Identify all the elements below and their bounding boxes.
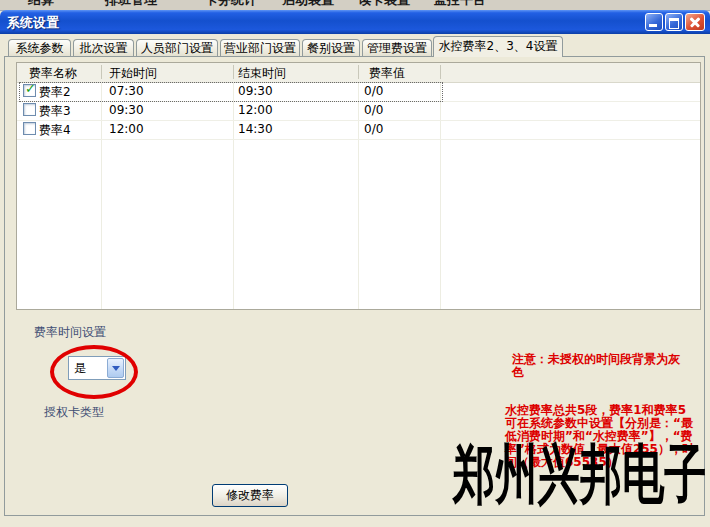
cell-end: 14:30 (238, 122, 273, 136)
tab-0[interactable]: 系统参数 (8, 39, 71, 56)
enable-dropdown-value: 是 (74, 361, 86, 375)
dropdown-button[interactable] (107, 358, 124, 378)
table-row[interactable]: ✓费率207:3009:300/0 (17, 82, 700, 102)
row-checkbox[interactable] (23, 103, 36, 116)
column-header[interactable]: 开始时间 (109, 65, 157, 82)
tab-5[interactable]: 管理费设置 (362, 39, 432, 56)
column-header[interactable]: 结束时间 (238, 65, 286, 82)
bg-menu-item[interactable]: 结算 (28, 0, 54, 9)
cell-end: 09:30 (238, 84, 273, 98)
chevron-down-icon (112, 366, 120, 371)
bg-menu-item[interactable]: 启动装置 (282, 0, 334, 9)
maximize-button[interactable] (665, 13, 683, 31)
tab-6[interactable]: 水控费率2、3、4设置 (433, 36, 563, 57)
column-header[interactable]: 费率值 (369, 65, 405, 82)
bg-menu-item[interactable]: 监控平台 (434, 0, 486, 9)
header-separator (440, 65, 441, 79)
cell-value: 0/0 (364, 103, 383, 117)
cell-name: 费率4 (39, 122, 71, 139)
cell-start: 07:30 (109, 84, 144, 98)
cell-name: 费率2 (39, 84, 71, 101)
table-header: 费率名称开始时间结束时间费率值 (17, 63, 700, 83)
header-separator (233, 65, 234, 79)
cell-value: 0/0 (364, 122, 383, 136)
minimize-button[interactable] (645, 13, 663, 31)
header-separator (101, 65, 102, 79)
screen: 结算排班管理卡务统计启动装置读卡装置监控平台 系统设置 系统参数批次设置人员部门… (0, 0, 710, 527)
close-button[interactable] (685, 13, 705, 31)
table-row[interactable]: 费率309:3012:000/0 (17, 101, 700, 121)
card-type-group-title: 授权卡类型 (40, 404, 108, 421)
note-info: 水控费率总共5段，费率1和费率5可在系统参数中设置【分别是：“最低消费时期”和“… (505, 404, 698, 469)
cell-value: 0/0 (364, 84, 383, 98)
modify-rate-button[interactable]: 修改费率 (212, 484, 288, 507)
tab-1[interactable]: 批次设置 (73, 39, 134, 56)
tab-3[interactable]: 营业部门设置 (220, 39, 300, 56)
cell-end: 12:00 (238, 103, 273, 117)
row-checkbox[interactable] (23, 122, 36, 135)
tab-2[interactable]: 人员部门设置 (136, 39, 218, 56)
bg-menu-item[interactable]: 排班管理 (105, 0, 157, 9)
check-icon: ✓ (25, 82, 36, 95)
enable-dropdown[interactable]: 是 (68, 356, 126, 380)
table-row[interactable]: 费率412:0014:300/0 (17, 120, 700, 140)
titlebar: 系统设置 (0, 10, 710, 34)
bg-menu-item[interactable]: 卡务统计 (205, 0, 257, 9)
column-header[interactable]: 费率名称 (29, 65, 77, 82)
cell-start: 09:30 (109, 103, 144, 117)
rates-table[interactable]: 费率名称开始时间结束时间费率值 ✓费率207:3009:300/0费率309:3… (16, 62, 701, 310)
cell-name: 费率3 (39, 103, 71, 120)
window-controls (645, 13, 705, 31)
window-title: 系统设置 (7, 14, 59, 32)
tab-4[interactable]: 餐别设置 (302, 39, 360, 56)
bg-menu-item[interactable]: 读卡装置 (358, 0, 410, 9)
rate-time-group-title: 费率时间设置 (30, 324, 110, 341)
cell-start: 12:00 (109, 122, 144, 136)
header-separator (358, 65, 359, 79)
note-attention: 注意：未授权的时间段背景为灰色 (512, 353, 680, 379)
row-checkbox[interactable]: ✓ (23, 84, 36, 97)
